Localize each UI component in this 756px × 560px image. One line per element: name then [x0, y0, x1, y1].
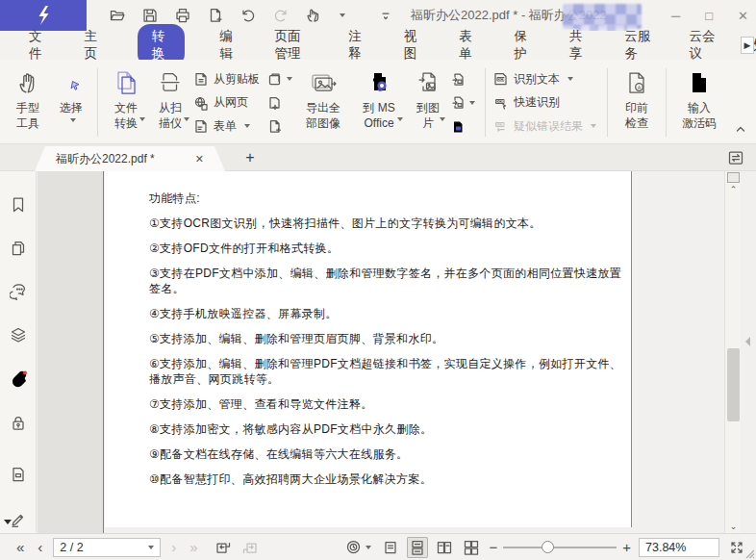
- to-other-3-button[interactable]: [450, 115, 479, 137]
- preflight-button[interactable]: A 印前 检查: [613, 64, 661, 140]
- destinations-icon[interactable]: [9, 465, 28, 484]
- previous-page-icon[interactable]: ‹: [31, 540, 49, 554]
- form-button[interactable]: 表单: [193, 115, 265, 137]
- touch-mode-caret-icon[interactable]: [340, 13, 345, 17]
- bookmark-icon[interactable]: [9, 195, 28, 215]
- undo-icon[interactable]: [239, 6, 258, 25]
- to-image-label: 到图 片: [416, 101, 440, 131]
- continuous-facing-view-icon[interactable]: [461, 537, 482, 558]
- file-convert-caret-icon: [139, 117, 145, 121]
- new-tab-button[interactable]: +: [240, 148, 260, 167]
- scrollbar-split-box[interactable]: [727, 172, 740, 183]
- vertical-scrollbar[interactable]: ⌃ ⌄: [724, 171, 741, 533]
- combine-caret-icon: [287, 77, 292, 81]
- security-icon[interactable]: [9, 414, 28, 433]
- create-pdf-icon[interactable]: [206, 6, 225, 25]
- hand-tool-button[interactable]: 手型 工具: [6, 64, 50, 140]
- scroll-down-icon[interactable]: ⌄: [725, 522, 742, 531]
- export-images-icon: [309, 67, 338, 98]
- page-number-box[interactable]: 2 / 2: [53, 538, 161, 557]
- doc-line: ①支持OCR图文识别，快速将扫描件、图片上的文字转换为可编辑的文本。: [149, 216, 623, 231]
- redo-icon[interactable]: [271, 6, 290, 25]
- close-icon[interactable]: ✕: [738, 9, 748, 23]
- layers-icon[interactable]: [9, 325, 28, 344]
- doc-line: ⑨配备文档在线存储、在线编辑等六大在线服务。: [149, 446, 623, 462]
- zoom-slider[interactable]: [503, 538, 617, 557]
- zoom-percent-box[interactable]: 73.84%: [639, 538, 719, 557]
- select-text-icon: [60, 67, 83, 98]
- previous-view-icon[interactable]: [213, 537, 234, 558]
- scrollbar-thumb[interactable]: [727, 348, 740, 421]
- from-scanner-button[interactable]: 从扫 描仪: [149, 64, 191, 140]
- zoom-slider-track[interactable]: [503, 547, 617, 548]
- tab-overflow-arrow-icon[interactable]: ▶: [741, 37, 754, 54]
- ribbon-separator: [485, 68, 486, 137]
- document-tab[interactable]: 福昕办公2022.pdf * ✕: [35, 146, 225, 171]
- reading-assistant-caret-icon[interactable]: [365, 546, 371, 549]
- right-panel-handle-icon[interactable]: [745, 337, 750, 346]
- ocr-group: OCR 识别文本 OCR 快速识别 OCR 疑似错误结果: [491, 64, 602, 140]
- insert-pages-button[interactable]: [267, 92, 294, 114]
- single-page-view-icon[interactable]: [380, 537, 401, 558]
- zoom-in-icon[interactable]: +: [618, 539, 635, 555]
- next-view-icon[interactable]: [239, 537, 261, 558]
- navigation-sidebar: [0, 171, 37, 533]
- to-image-button[interactable]: 到图 片: [407, 64, 449, 140]
- create-blank-button[interactable]: [267, 115, 294, 137]
- attachment-icon[interactable]: [9, 369, 28, 388]
- signature-icon[interactable]: [9, 510, 28, 529]
- zoom-percent-value: 73.84%: [645, 541, 686, 554]
- minimize-icon[interactable]: ─: [671, 9, 680, 23]
- first-page-icon[interactable]: «: [10, 540, 31, 554]
- tab-close-icon[interactable]: ✕: [195, 153, 204, 165]
- resize-grip-icon[interactable]: [742, 546, 755, 559]
- doc-line: ③支持在PDF文档中添加、编辑、删除和管理数字签名，并在多个页面的相同位置快速放…: [149, 266, 623, 296]
- quick-recognize-button[interactable]: OCR 快速识别: [492, 92, 600, 114]
- touch-mode-icon[interactable]: [304, 6, 323, 25]
- suspected-errors-button[interactable]: OCR 疑似错误结果: [492, 115, 600, 137]
- file-convert-button[interactable]: 文件 转换: [103, 64, 149, 140]
- suspected-errors-caret-icon: [591, 124, 596, 128]
- to-other-2-button[interactable]: [450, 92, 479, 114]
- to-other-button[interactable]: [450, 68, 479, 89]
- form-caret-icon: [244, 124, 250, 128]
- recognize-text-button[interactable]: OCR 识别文本: [492, 68, 600, 89]
- from-web-button[interactable]: 从网页: [193, 92, 265, 114]
- print-icon[interactable]: [173, 6, 192, 25]
- open-icon[interactable]: [108, 6, 127, 25]
- facing-view-icon[interactable]: [434, 537, 455, 558]
- activation-code-button[interactable]: 输入 激活码: [671, 64, 727, 140]
- pages-icon[interactable]: [9, 239, 28, 258]
- doc-line: ⑧支持添加密文，将敏感内容从PDF文档中永久删除。: [149, 421, 623, 437]
- reading-assistant-icon[interactable]: [342, 537, 364, 558]
- zoom-out-icon[interactable]: −: [485, 539, 501, 555]
- maximize-icon[interactable]: □: [705, 9, 713, 23]
- to-ms-office-button[interactable]: 到 MS Office: [351, 64, 407, 140]
- scroll-up-icon[interactable]: ⌃: [725, 185, 742, 194]
- select-button[interactable]: 选择: [50, 64, 92, 140]
- select-label: 选择: [60, 101, 83, 116]
- create-group: 从剪贴板 从网页 表单: [191, 64, 266, 140]
- comments-icon[interactable]: [9, 282, 28, 301]
- zoom-slider-thumb[interactable]: [542, 541, 554, 553]
- suspected-errors-label: 疑似错误结果: [514, 118, 583, 135]
- tab-switch-icon[interactable]: [725, 147, 746, 168]
- export-all-images-button[interactable]: 导出全 部图像: [295, 64, 351, 140]
- status-bar: « ‹ 2 / 2 › » −: [0, 533, 756, 560]
- combine-files-button[interactable]: [267, 68, 294, 89]
- navigation-panel-strip: [38, 171, 104, 533]
- continuous-view-icon[interactable]: [407, 537, 428, 558]
- from-clipboard-button[interactable]: 从剪贴板: [193, 68, 265, 89]
- sidebar-more-icon[interactable]: [4, 520, 12, 524]
- page-box-caret-icon: [148, 546, 154, 549]
- save-icon[interactable]: [140, 6, 160, 25]
- ribbon-separator: [666, 68, 667, 137]
- next-page-icon[interactable]: ›: [164, 540, 183, 554]
- ribbon-collapse-icon[interactable]: [735, 123, 746, 137]
- customize-toolbar-icon[interactable]: [376, 6, 395, 25]
- svg-text:OCR: OCR: [496, 123, 504, 127]
- main-area: 功能特点: ①支持OCR图文识别，快速将扫描件、图片上的文字转换为可编辑的文本。…: [0, 171, 756, 533]
- file-convert-icon: [113, 67, 139, 98]
- last-page-icon[interactable]: »: [183, 540, 204, 554]
- doc-line: ⑩配备智慧打印、高效招聘两大企业场景化解决方案。: [149, 471, 623, 487]
